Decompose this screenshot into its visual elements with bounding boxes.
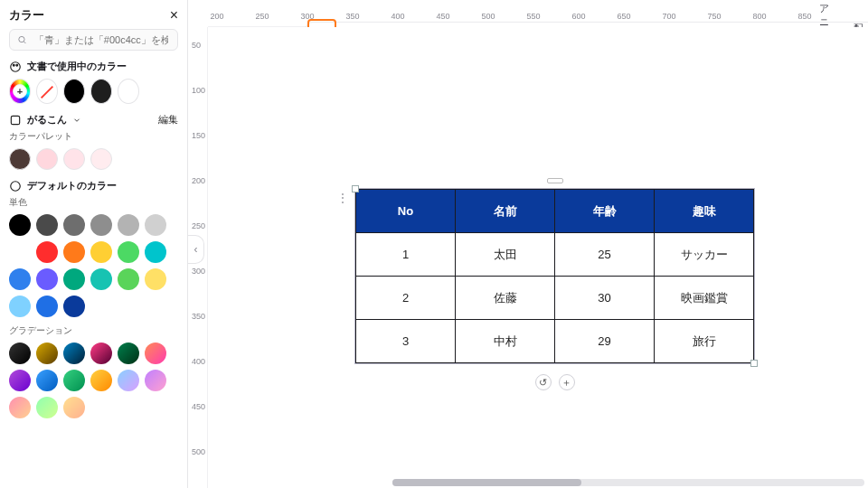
gradient-swatch[interactable]	[90, 343, 112, 364]
gradient-swatch[interactable]	[90, 370, 112, 391]
edit-link[interactable]: 編集	[158, 113, 178, 127]
swatch[interactable]	[63, 148, 85, 170]
table-cell[interactable]: 25	[555, 233, 655, 277]
search-field[interactable]	[33, 33, 170, 46]
svg-point-6	[11, 181, 21, 191]
swatch[interactable]	[118, 241, 139, 263]
gradient-grid	[9, 343, 178, 418]
swatch[interactable]	[9, 148, 31, 170]
panel-title: カラー	[9, 7, 44, 23]
ruler-tick: 350	[192, 312, 205, 321]
swatch[interactable]	[36, 148, 58, 170]
table-cell[interactable]: 2	[356, 277, 456, 320]
swatch[interactable]	[63, 268, 85, 290]
swatch[interactable]	[118, 214, 139, 236]
table-cell[interactable]: 旅行	[655, 320, 754, 363]
ruler-tick: 600	[571, 12, 585, 21]
swatch[interactable]	[63, 79, 85, 104]
doc-colors-heading: 文書で使用中のカラー	[27, 60, 127, 73]
add-color-button[interactable]	[9, 79, 31, 104]
table-cell[interactable]: 佐藤	[456, 277, 555, 320]
swatch[interactable]	[9, 268, 31, 290]
table-header[interactable]: 年齢	[555, 190, 655, 233]
svg-point-4	[16, 64, 18, 66]
table-cell[interactable]: 3	[356, 320, 456, 363]
swatch[interactable]	[9, 296, 31, 317]
gradient-swatch[interactable]	[63, 343, 85, 364]
gradient-swatch[interactable]	[36, 370, 58, 391]
collapse-sidebar-button[interactable]: ‹	[188, 235, 204, 264]
swatch[interactable]	[36, 214, 58, 236]
table-header[interactable]: 名前	[456, 190, 555, 233]
search-icon	[17, 34, 27, 45]
gradient-swatch[interactable]	[36, 343, 58, 364]
ruler-tick: 650	[617, 12, 630, 21]
scrollbar-horizontal[interactable]	[392, 479, 864, 486]
table-cell[interactable]: 30	[555, 277, 655, 320]
table-header[interactable]: 趣味	[655, 190, 754, 233]
ruler-tick: 300	[192, 267, 205, 276]
transparent-swatch[interactable]	[36, 79, 58, 104]
table-element[interactable]: ⋮ No名前年齢趣味1太田25サッカー2佐藤30映画鑑賞3中村29旅行 ↺ ＋	[354, 188, 755, 364]
swatch[interactable]	[90, 214, 112, 236]
table-header[interactable]: No	[356, 190, 456, 233]
swatch[interactable]	[145, 241, 166, 263]
selection-handle-top[interactable]	[547, 178, 563, 183]
default-icon	[9, 180, 22, 192]
table-cell[interactable]: 映画鑑賞	[655, 277, 754, 320]
table-row[interactable]: 3中村29旅行	[356, 320, 754, 363]
default-colors-heading: デフォルトのカラー	[27, 179, 117, 192]
swatch[interactable]	[9, 241, 31, 263]
swatch[interactable]	[36, 268, 58, 290]
gradient-swatch[interactable]	[9, 397, 31, 418]
swatch[interactable]	[9, 214, 31, 236]
table-row[interactable]: 2佐藤30映画鑑賞	[356, 277, 754, 320]
table-cell[interactable]: 中村	[456, 320, 555, 363]
table-cell[interactable]: 太田	[456, 233, 555, 277]
svg-line-1	[24, 42, 25, 43]
solid-label: 単色	[9, 196, 178, 209]
gradient-swatch[interactable]	[9, 343, 31, 364]
swatch[interactable]	[36, 241, 58, 263]
color-panel: カラー × 文書で使用中のカラー がるこん	[0, 0, 188, 488]
table-row[interactable]: 1太田25サッカー	[356, 233, 754, 277]
gradient-swatch[interactable]	[118, 343, 139, 364]
gradient-swatch[interactable]	[36, 397, 58, 418]
table-cell[interactable]: 29	[555, 320, 655, 363]
ruler-tick: 400	[391, 12, 404, 21]
swatch[interactable]	[145, 214, 166, 236]
palette-icon	[9, 61, 22, 73]
sync-button[interactable]: ↺	[535, 374, 552, 390]
swatch[interactable]	[90, 268, 112, 290]
swatch[interactable]	[63, 241, 85, 263]
swatch[interactable]	[90, 241, 112, 263]
swatch[interactable]	[118, 79, 139, 104]
gradient-swatch[interactable]	[9, 370, 31, 391]
brand-label: がるこん	[27, 113, 67, 127]
table-cell[interactable]: 1	[356, 233, 456, 277]
close-icon[interactable]: ×	[170, 7, 178, 23]
ruler-tick: 450	[192, 402, 205, 411]
swatch[interactable]	[145, 268, 166, 290]
doc-color-row	[9, 79, 178, 104]
swatch[interactable]	[90, 148, 112, 170]
search-input[interactable]	[9, 29, 178, 51]
solid-color-grid	[9, 214, 178, 317]
swatch[interactable]	[36, 296, 58, 317]
swatch[interactable]	[118, 268, 139, 290]
gradient-swatch[interactable]	[145, 343, 166, 364]
swatch[interactable]	[63, 296, 85, 317]
chevron-down-icon[interactable]	[72, 116, 81, 125]
add-row-button[interactable]: ＋	[559, 374, 575, 390]
gradient-label: グラデーション	[9, 324, 178, 337]
row-options-button[interactable]: ⋮	[335, 189, 350, 207]
swatch[interactable]	[63, 214, 85, 236]
table-cell[interactable]: サッカー	[655, 233, 754, 277]
canvas-area: 2002503003504004505005506006507007508008…	[188, 0, 868, 488]
gradient-swatch[interactable]	[63, 397, 85, 418]
gradient-swatch[interactable]	[145, 370, 166, 391]
ruler-tick: 800	[752, 12, 766, 21]
gradient-swatch[interactable]	[118, 370, 139, 391]
gradient-swatch[interactable]	[63, 370, 85, 391]
swatch[interactable]	[90, 79, 112, 104]
